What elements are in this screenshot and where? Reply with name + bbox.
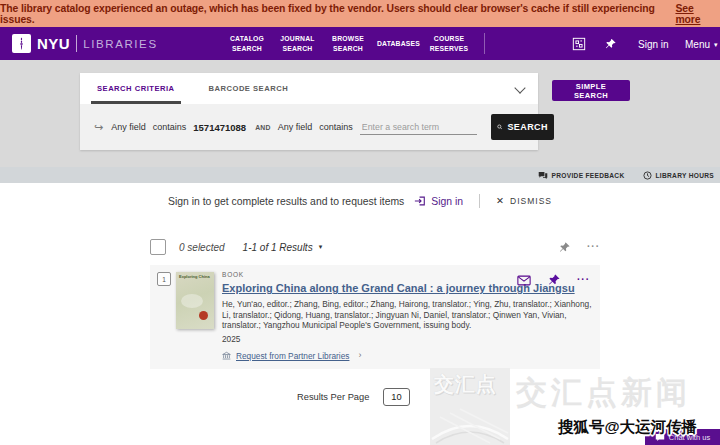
- nyu-torch-icon: [12, 34, 31, 53]
- more-actions-icon[interactable]: ···: [587, 242, 600, 252]
- nav-item-browse-search[interactable]: BROWSE SEARCH: [323, 34, 373, 52]
- watermark-sohu: 搜狐号@大运河传播: [558, 417, 697, 438]
- selected-count: 0 selected: [179, 242, 225, 253]
- library-hours-button[interactable]: LIBRARY HOURS: [643, 171, 715, 180]
- record-index[interactable]: 1: [157, 272, 171, 286]
- nav-sign-in-link[interactable]: Sign in: [638, 38, 669, 49]
- pin-record-icon[interactable]: [548, 274, 560, 286]
- brand-sub: LIBRARIES: [83, 38, 157, 50]
- tab-search-criteria[interactable]: SEARCH CRITERIA: [93, 73, 179, 104]
- chevron-down-icon: ▾: [319, 243, 323, 251]
- pin-results-icon[interactable]: [559, 242, 570, 253]
- collapse-panel-icon[interactable]: [514, 82, 525, 93]
- nav-item-journal-search[interactable]: JOURNAL SEARCH: [273, 34, 323, 52]
- see-more-link[interactable]: See more: [675, 3, 720, 25]
- brand-divider: [76, 35, 77, 52]
- record-authors: He, Yun'ao, editor.; Zhang, Bing, editor…: [222, 299, 594, 331]
- top-navbar: NYU LIBRARIES CATALOG SEARCH JOURNAL SEA…: [0, 27, 720, 60]
- pin-icon[interactable]: [605, 38, 616, 49]
- results-header: 0 selected 1-1 of 1 Results ▾ ···: [150, 238, 600, 256]
- select-all-checkbox[interactable]: [150, 239, 166, 255]
- simple-search-button[interactable]: SIMPLE SEARCH: [552, 80, 630, 101]
- nav-divider: [484, 33, 485, 54]
- chevron-right-icon: ›: [358, 351, 361, 360]
- cover-seal: [199, 311, 208, 320]
- search-hero: SEARCH CRITERIA BARCODE SEARCH ↪ Any fie…: [0, 60, 720, 167]
- signin-banner: Sign in to get complete results and to r…: [0, 190, 720, 212]
- nav-item-databases[interactable]: DATABASES: [374, 39, 424, 48]
- utility-strip: PROVIDE FEEDBACK LIBRARY HOURS: [0, 167, 720, 183]
- results-count-dropdown[interactable]: 1-1 of 1 Results ▾: [243, 242, 323, 253]
- signin-link[interactable]: Sign in: [414, 195, 463, 207]
- search-term-1[interactable]: 1571471088: [193, 122, 246, 133]
- record-year: 2025: [222, 334, 594, 344]
- feedback-icon: [538, 171, 548, 180]
- email-record-icon[interactable]: [517, 275, 531, 286]
- brand-name: NYU: [37, 35, 70, 52]
- search-term-input[interactable]: [360, 120, 477, 135]
- nav-item-catalog-search[interactable]: CATALOG SEARCH: [222, 34, 272, 52]
- outage-message: The library catalog experienced an outag…: [0, 3, 670, 25]
- search-tabs: SEARCH CRITERIA BARCODE SEARCH: [80, 73, 538, 104]
- cover-illustration: [181, 294, 203, 308]
- provide-feedback-button[interactable]: PROVIDE FEEDBACK: [538, 171, 625, 180]
- conjunction-selector[interactable]: AND: [255, 124, 271, 131]
- indent-arrow-icon: ↪: [94, 122, 103, 133]
- library-catalog-page: The library catalog experienced an outag…: [0, 0, 720, 445]
- tab-barcode-search[interactable]: BARCODE SEARCH: [205, 73, 293, 104]
- result-record-card: 1 Exploring China BOOK Exploring China a…: [150, 265, 600, 369]
- watermark-logo: 交汇点: [430, 368, 510, 445]
- citation-icon[interactable]: [572, 37, 586, 51]
- nyu-libraries-brand[interactable]: NYU LIBRARIES: [12, 27, 158, 60]
- library-building-icon: [222, 351, 231, 360]
- operator-selector-1[interactable]: contains: [153, 122, 187, 132]
- signin-message: Sign in to get complete results and to r…: [168, 196, 404, 207]
- magnifier-icon: [497, 122, 503, 132]
- search-button[interactable]: SEARCH: [491, 114, 554, 140]
- clock-icon: [643, 171, 652, 180]
- banner-divider: [479, 194, 480, 208]
- nav-item-course-reserves[interactable]: COURSE RESERVES: [424, 34, 474, 52]
- request-partner-libraries-link[interactable]: Request from Partner Libraries ›: [222, 351, 594, 361]
- operator-selector-2[interactable]: contains: [319, 122, 353, 132]
- nav-menu-button[interactable]: Menu ▾: [685, 38, 718, 49]
- field-selector-1[interactable]: Any field: [111, 122, 146, 132]
- watermark-big-text: 交汇点新闻: [516, 372, 691, 414]
- per-page-option-10[interactable]: 10: [383, 388, 409, 406]
- record-actions: ···: [517, 274, 590, 286]
- outage-banner: The library catalog experienced an outag…: [0, 0, 720, 27]
- search-criteria-row: ↪ Any field contains 1571471088 AND Any …: [80, 104, 538, 150]
- field-selector-2[interactable]: Any field: [278, 122, 313, 132]
- bridge-sketch: [430, 395, 510, 445]
- dismiss-button[interactable]: ✕ DISMISS: [496, 196, 552, 206]
- close-icon: ✕: [496, 196, 504, 206]
- sign-in-icon: [414, 195, 426, 207]
- book-cover-thumbnail[interactable]: Exploring China: [176, 272, 214, 329]
- chevron-down-icon: ▾: [714, 40, 718, 47]
- cover-title-text: Exploring China: [176, 272, 214, 280]
- record-more-actions-icon[interactable]: ···: [577, 275, 590, 285]
- per-page-label: Results Per Page: [297, 392, 369, 402]
- advanced-search-panel: SEARCH CRITERIA BARCODE SEARCH ↪ Any fie…: [80, 73, 538, 150]
- nav-menu: CATALOG SEARCH JOURNAL SEARCH BROWSE SEA…: [222, 27, 474, 60]
